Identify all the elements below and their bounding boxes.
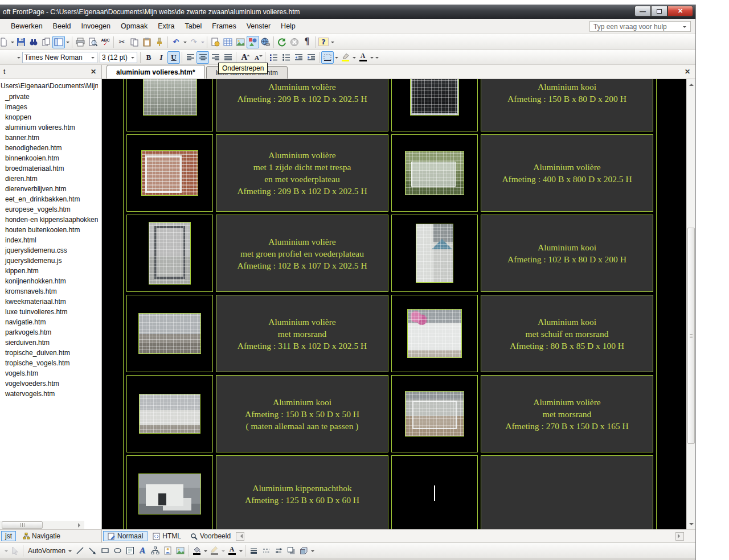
font-name-select[interactable]: Times New Roman [22, 52, 97, 63]
tab-mappenlijst[interactable]: jst [1, 531, 16, 541]
shrink-font-button[interactable]: A [251, 51, 263, 64]
print-button[interactable] [74, 36, 87, 48]
insert-picture-button[interactable] [234, 36, 247, 48]
help-question-input[interactable]: Typ een vraag voor hulp [589, 21, 691, 32]
image-cell[interactable] [391, 375, 478, 452]
tab-aluminium-volieres[interactable]: aluminium volieres.htm* [107, 65, 205, 79]
scrollbar-thumb[interactable] [687, 228, 695, 444]
text-cell[interactable]: Aluminium volière met morsrand Afmeting … [481, 375, 653, 452]
view-scroll-right-button[interactable] [675, 532, 684, 541]
menu-beeld[interactable]: Beeld [48, 20, 76, 32]
align-right-button[interactable] [209, 51, 222, 64]
line-style-button[interactable] [247, 545, 260, 557]
text-cell[interactable]: Aluminium volière met groen profiel en v… [216, 215, 388, 292]
toolbar-options-icon[interactable] [375, 57, 379, 60]
file-list-item[interactable]: honden-en kippenslaaphokken.htm [0, 215, 98, 225]
line-button[interactable] [73, 545, 86, 557]
print-preview-button[interactable] [87, 36, 99, 48]
select-objects-button[interactable] [9, 545, 21, 557]
image-cell[interactable] [391, 215, 478, 292]
text-cell[interactable]: Aluminium kooi Afmeting : 150 B x 80 D x… [481, 79, 653, 131]
file-list-item[interactable]: luxe tuinvolieres.htm [0, 307, 98, 317]
tab-navigatie[interactable]: Navigatie [19, 532, 64, 541]
menu-frames[interactable]: Frames [207, 20, 241, 32]
format-painter-button[interactable] [153, 36, 166, 48]
menu-extra[interactable]: Extra [153, 20, 179, 32]
file-list-item[interactable]: aluminium volieres.htm [0, 122, 98, 133]
clipart-button[interactable] [161, 545, 174, 557]
cut-button[interactable]: ✂ [116, 36, 128, 48]
file-list-item[interactable]: eet_en_drinkbakken.htm [0, 194, 98, 204]
file-list-item[interactable]: index.html [0, 235, 98, 245]
align-center-button[interactable] [196, 51, 209, 64]
minimize-button[interactable]: — [634, 6, 651, 17]
scrollbar-thumb[interactable] [2, 521, 43, 529]
menu-opmaak[interactable]: Opmaak [116, 20, 153, 32]
toolbar-options-icon[interactable] [311, 550, 314, 554]
text-cell[interactable]: Aluminium kooi Afmeting : 102 B x 80 D x… [481, 215, 653, 292]
outdent-button[interactable] [292, 51, 305, 64]
view-tab-normaal[interactable]: Normaal [103, 531, 148, 541]
file-list-item[interactable]: vogels.htm [0, 368, 98, 378]
file-list-item[interactable]: houten buitenkooien.htm [0, 225, 98, 235]
highlight-button[interactable] [339, 51, 351, 64]
text-cell[interactable]: Aluminium volière met 1 zijde dicht met … [216, 134, 388, 212]
menu-bewerken[interactable]: Bewerken [6, 20, 48, 32]
numbered-list-button[interactable] [267, 51, 280, 64]
aviary-photo[interactable] [138, 473, 201, 514]
file-list-item[interactable]: vogelvoeders.htm [0, 378, 98, 389]
empty-text-cell[interactable] [481, 455, 653, 529]
text-cell[interactable]: Aluminium volière Afmeting : 209 B x 102… [216, 79, 388, 131]
scroll-down-arrow[interactable] [687, 521, 695, 529]
close-icon[interactable]: ✕ [89, 67, 98, 76]
file-list-item[interactable]: knoppen [0, 112, 98, 122]
insert-component-button[interactable] [209, 36, 222, 48]
arrow-button[interactable] [86, 545, 99, 557]
refresh-button[interactable] [276, 36, 288, 48]
file-list-item[interactable]: kweekmateriaal.htm [0, 297, 98, 307]
toggle-pane-button[interactable] [52, 36, 65, 48]
menu-help[interactable]: Help [276, 20, 301, 32]
dash-style-button[interactable] [260, 545, 272, 557]
sidebar-horizontal-scrollbar[interactable] [0, 521, 84, 529]
text-cell[interactable]: Aluminium kippennachthok Afmeting : 125 … [216, 455, 388, 529]
text-cell[interactable]: Aluminium kooi Afmeting : 150 B x 50 D x… [216, 375, 388, 452]
bullet-list-button[interactable] [280, 51, 292, 64]
image-cell[interactable] [126, 295, 213, 372]
threed-style-button[interactable] [297, 545, 310, 557]
text-cell[interactable]: Aluminium volière Afmeting : 400 B x 800… [481, 134, 653, 212]
close-button[interactable]: ✕ [667, 6, 693, 17]
undo-button[interactable]: ↶ [170, 36, 182, 48]
diagram-button[interactable] [149, 545, 161, 557]
aviary-photo[interactable] [405, 391, 464, 437]
image-cell[interactable] [126, 375, 213, 452]
view-tab-html[interactable]: HTML [149, 532, 185, 541]
shadow-style-button[interactable] [285, 545, 297, 557]
vertical-scrollbar[interactable] [686, 79, 695, 529]
italic-button[interactable]: I [155, 51, 167, 64]
image-cell[interactable] [126, 134, 213, 212]
file-list-item[interactable]: _private [0, 92, 98, 102]
insert-drawing-button[interactable] [247, 36, 259, 48]
copy-button[interactable] [128, 36, 141, 48]
wordart-button[interactable]: A [136, 545, 149, 557]
aviary-photo[interactable] [139, 394, 200, 434]
maximize-button[interactable] [651, 6, 667, 17]
help-button[interactable]: ? [317, 36, 330, 48]
text-cell[interactable]: Aluminium volière met morsrand Afmeting … [216, 295, 388, 372]
font-size-select[interactable]: 3 (12 pt) [100, 52, 137, 63]
new-page-button[interactable] [0, 36, 10, 48]
file-list-item[interactable]: konijnenhokken.htm [0, 276, 98, 286]
aviary-photo[interactable] [407, 309, 462, 358]
chevron-down-icon[interactable] [17, 57, 21, 60]
view-scroll-left-button[interactable] [236, 532, 244, 541]
borders-button[interactable] [321, 51, 334, 64]
redo-button[interactable]: ↷ [187, 36, 200, 48]
indent-button[interactable] [305, 51, 317, 64]
rectangle-button[interactable] [99, 545, 111, 557]
file-list-item[interactable]: kippen.htm [0, 266, 98, 276]
aviary-photo[interactable] [149, 222, 191, 285]
text-box-button[interactable] [124, 545, 136, 557]
file-list-item[interactable]: benodigheden.htm [0, 143, 98, 153]
file-list-item[interactable]: watervogels.htm [0, 389, 98, 399]
